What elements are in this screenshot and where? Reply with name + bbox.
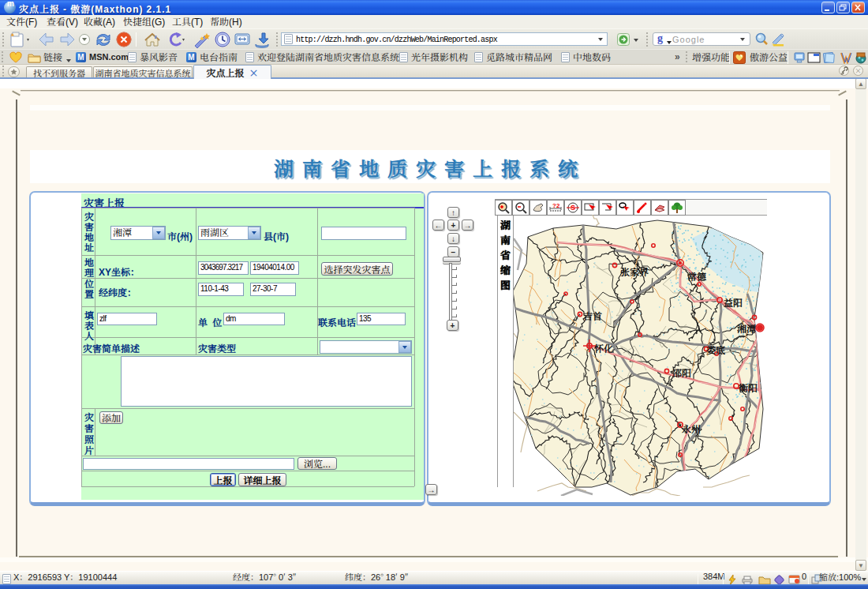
svg-text:?2: ?2 bbox=[552, 201, 560, 209]
svg-text:衡阳: 衡阳 bbox=[739, 381, 758, 394]
svg-text:常德: 常德 bbox=[687, 269, 707, 283]
svg-text:吉首: 吉首 bbox=[583, 309, 602, 322]
svg-text:娄底: 娄底 bbox=[706, 343, 725, 356]
svg-text:益阳: 益阳 bbox=[724, 295, 743, 309]
svg-text:湘潭: 湘潭 bbox=[737, 321, 756, 335]
svg-text:张家界: 张家界 bbox=[620, 264, 649, 278]
svg-text:怀化: 怀化 bbox=[593, 341, 613, 355]
svg-text:永州: 永州 bbox=[682, 422, 701, 435]
svg-text:邵阳: 邵阳 bbox=[672, 366, 691, 379]
